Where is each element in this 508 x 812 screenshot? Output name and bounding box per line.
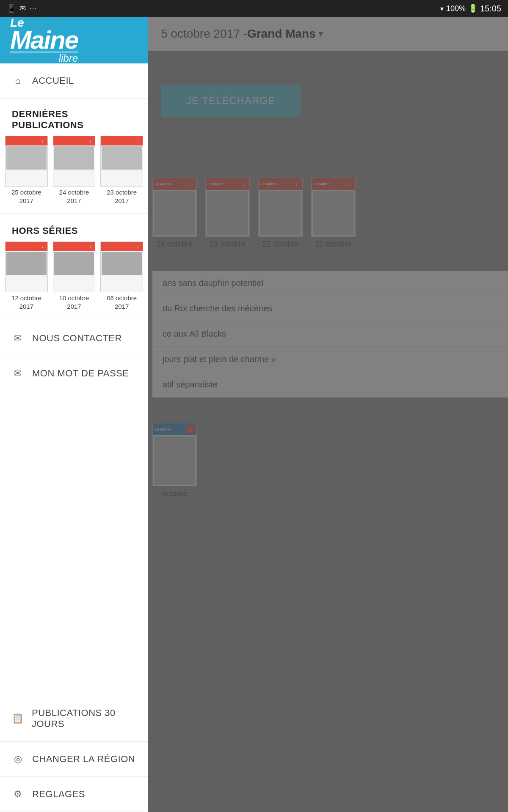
- sidebar: Le Maine libre ⌂ ACCUEIL DERNIÈRES PUBLI…: [0, 17, 148, 812]
- publications-30-label: PUBLICATIONS 30 JOURS: [32, 708, 136, 730]
- sidebar-logo: Le Maine libre: [0, 17, 148, 63]
- sidebar-item-mot-de-passe[interactable]: ✉ MON MOT DE PASSE: [0, 356, 148, 391]
- battery-percent: 100%: [446, 4, 466, 13]
- sidebar-item-reglages[interactable]: ⚙ REGLAGES: [0, 777, 148, 812]
- sidebar-item-changer-region[interactable]: ◎ CHANGER LA RÉGION: [0, 742, 148, 777]
- nous-contacter-label: NOUS CONTACTER: [32, 333, 122, 344]
- hors-download-12[interactable]: ↓: [39, 243, 46, 250]
- publications-grid: ↓ 25 octobre2017 ↓ 24 octobre2017 ↓: [0, 136, 148, 211]
- reglages-label: REGLAGES: [32, 789, 85, 800]
- hors-item-10[interactable]: ↓ 10 octobre2017: [53, 241, 96, 310]
- more-icon: ⋯: [29, 4, 37, 13]
- status-bar-left: 📱 ✉ ⋯: [7, 4, 37, 13]
- hors-date-10: 10 octobre2017: [59, 294, 89, 310]
- pub-download-25[interactable]: ↓: [39, 137, 46, 144]
- logo-libre: libre: [10, 52, 78, 63]
- hors-date-12: 12 octobre2017: [11, 294, 41, 310]
- phone-icon: 📱: [7, 4, 16, 13]
- location-icon: ◎: [12, 754, 24, 765]
- sidebar-item-nous-contacter[interactable]: ✉ NOUS CONTACTER: [0, 321, 148, 356]
- pub-download-24[interactable]: ↓: [87, 137, 94, 144]
- hors-item-06[interactable]: ↓ 06 octobre2017: [100, 241, 143, 310]
- logo-text: Le Maine libre: [10, 17, 78, 63]
- pub-date-24: 24 octobre2017: [59, 188, 89, 205]
- battery-icon: 🔋: [468, 4, 478, 13]
- pub-item-25[interactable]: ↓ 25 octobre2017: [5, 136, 48, 205]
- changer-region-label: CHANGER LA RÉGION: [32, 754, 135, 765]
- logo-maine: Maine: [10, 29, 78, 52]
- email-icon: ✉: [19, 4, 26, 13]
- accueil-label: ACCUEIL: [32, 75, 74, 86]
- publications-icon: 📋: [12, 713, 23, 724]
- status-bar-right: ▾ 100% 🔋 15:05: [440, 4, 501, 14]
- hors-date-06: 06 octobre2017: [107, 294, 137, 310]
- wifi-icon: ▾: [440, 5, 444, 13]
- contact-icon: ✉: [12, 333, 24, 344]
- pub-download-23[interactable]: ↓: [135, 137, 141, 144]
- section-hors-series: HORS SÉRIES: [0, 215, 148, 241]
- password-icon: ✉: [12, 368, 24, 379]
- pub-item-23[interactable]: ↓ 23 octobre2017: [100, 136, 143, 205]
- overlay: [148, 17, 508, 812]
- sidebar-spacer: [0, 391, 148, 696]
- divider-2: [0, 319, 148, 319]
- mot-de-passe-label: MON MOT DE PASSE: [32, 368, 129, 379]
- hors-series-grid: ↓ 12 octobre2017 ↓ 10 octobre2017 ↓: [0, 241, 148, 317]
- pub-date-25: 25 octobre2017: [11, 188, 41, 205]
- home-icon: ⌂: [12, 75, 24, 86]
- sidebar-item-accueil[interactable]: ⌂ ACCUEIL: [0, 63, 148, 99]
- section-dernieres-publications: DERNIÈRES PUBLICATIONS: [0, 99, 148, 136]
- hors-item-12[interactable]: ↓ 12 octobre2017: [5, 241, 48, 310]
- sidebar-item-publications-30[interactable]: 📋 PUBLICATIONS 30 JOURS: [0, 696, 148, 742]
- hors-download-06[interactable]: ↓: [135, 243, 141, 250]
- clock: 15:05: [480, 4, 501, 14]
- hors-download-10[interactable]: ↓: [87, 243, 94, 250]
- status-bar: 📱 ✉ ⋯ ▾ 100% 🔋 15:05: [0, 0, 508, 17]
- settings-icon: ⚙: [12, 789, 24, 800]
- pub-date-23: 23 octobre2017: [107, 188, 137, 205]
- pub-item-24[interactable]: ↓ 24 octobre2017: [53, 136, 96, 205]
- divider-1: [0, 213, 148, 214]
